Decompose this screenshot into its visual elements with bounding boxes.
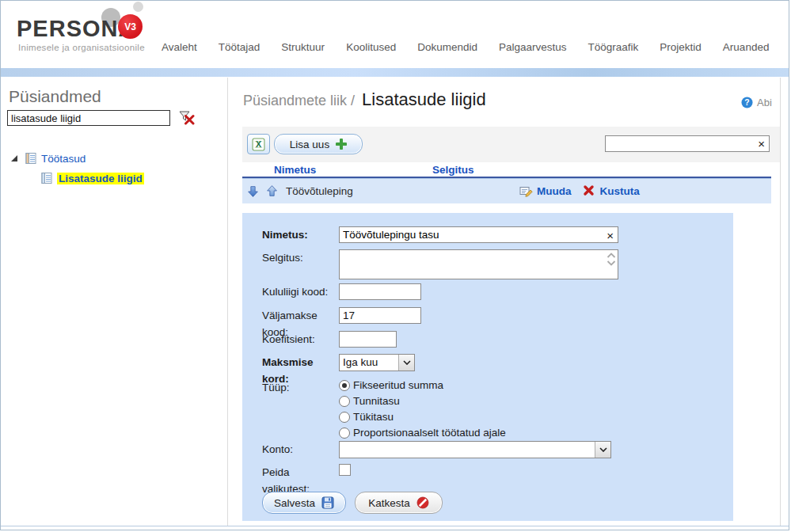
tree-node-lisatasude-liigid[interactable]: Lisatasude liigid	[40, 172, 144, 184]
konto-select[interactable]	[339, 441, 611, 458]
nav-item-koolitused[interactable]: Koolitused	[346, 41, 396, 53]
delete-link[interactable]: Kustuta	[600, 185, 640, 197]
brand-tagline: Inimesele ja organisatsioonile	[18, 43, 145, 52]
nav-item-projektid[interactable]: Projektid	[660, 41, 702, 53]
breadcrumb: Püsiandmete liik /	[243, 93, 355, 109]
kululiik-input[interactable]	[339, 283, 421, 300]
notebook-icon	[25, 152, 37, 165]
clear-filter-icon[interactable]	[178, 109, 195, 126]
koefitsient-input[interactable]	[339, 331, 397, 348]
row-reorder-controls	[246, 184, 279, 198]
cancel-button-label: Katkesta	[368, 497, 410, 509]
chevron-down-icon[interactable]	[607, 260, 616, 266]
delete-icon[interactable]	[583, 184, 596, 198]
nimetus-field: ×	[339, 226, 618, 243]
plus-icon	[336, 139, 347, 150]
dropdown-arrow-icon[interactable]	[595, 442, 610, 458]
konto-selected-value	[340, 442, 595, 458]
nimetus-input[interactable]	[340, 227, 600, 242]
radio-button[interactable]	[339, 428, 350, 439]
radio-option-tykitasu[interactable]: Tükitasu	[339, 410, 394, 424]
textarea-scroll-arrows	[607, 253, 616, 266]
radio-option-fikseeritud[interactable]: Fikseeritud summa	[339, 378, 443, 392]
table-row: Töövõtuleping Muuda Kustuta	[242, 178, 771, 203]
nav-item-aruanded[interactable]: Aruanded	[723, 41, 770, 53]
tyyp-label: Tüüp:	[262, 379, 338, 396]
selgitus-textarea[interactable]	[340, 250, 603, 279]
radio-label: Fikseeritud summa	[353, 379, 443, 391]
maksmise-select[interactable]: Iga kuu	[339, 354, 415, 371]
row-name: Töövõtuleping	[286, 185, 353, 197]
cancel-button[interactable]: Katkesta	[355, 492, 443, 514]
title-bar: Püsiandmete liik / Lisatasude liigid	[243, 89, 486, 110]
help-link[interactable]: ? Abi	[741, 97, 772, 108]
radio-label: Proportsionaalselt töötatud ajale	[353, 427, 506, 439]
nimetus-label: Nimetus:	[262, 226, 338, 243]
main-nav: Avaleht Töötajad Struktuur Koolitused Do…	[162, 41, 769, 53]
main-content: Püsiandmete liik / Lisatasude liigid ? A…	[227, 78, 781, 526]
sidebar-title: Püsiandmed	[9, 87, 101, 106]
header-divider-band	[1, 68, 789, 77]
add-new-label: Lisa uus	[290, 139, 329, 150]
radio-option-proportsionaalselt[interactable]: Proportsionaalselt töötatud ajale	[339, 426, 506, 439]
radio-button[interactable]	[339, 412, 350, 423]
chevron-up-icon[interactable]	[607, 253, 616, 258]
tree-link-lisatasude-liigid-selected[interactable]: Lisatasude liigid	[57, 173, 144, 184]
selgitus-label: Selgitus:	[262, 249, 338, 266]
cancel-prohibition-icon	[416, 496, 429, 509]
svg-text:?: ?	[744, 98, 749, 107]
sidebar-filter-input[interactable]	[7, 110, 170, 126]
radio-button[interactable]	[339, 380, 350, 391]
page-title: Lisatasude liigid	[362, 89, 486, 110]
nav-item-toograafik[interactable]: Töögraafik	[588, 41, 639, 53]
edit-form-panel: Nimetus: × Selgitus: Kululiigi kood: Väl…	[242, 213, 733, 521]
dropdown-arrow-icon[interactable]	[398, 355, 414, 370]
save-button[interactable]: Salvesta	[262, 492, 346, 514]
radio-label: Tükitasu	[353, 411, 394, 423]
save-button-label: Salvesta	[274, 497, 315, 509]
tree-expand-triangle-icon[interactable]	[11, 155, 17, 162]
move-down-icon[interactable]	[246, 184, 260, 198]
radio-option-tunnitasu[interactable]: Tunnitasu	[339, 394, 400, 408]
column-header-selgitus[interactable]: Selgitus	[432, 164, 474, 176]
clear-nimetus-icon[interactable]: ×	[607, 228, 614, 243]
valjamakse-input[interactable]	[339, 307, 421, 324]
maksmise-selected-value: Iga kuu	[340, 355, 398, 370]
edit-icon[interactable]	[519, 184, 533, 198]
page-bottom-divider	[1, 526, 789, 526]
list-filter-field: ×	[605, 135, 770, 152]
save-floppy-icon	[321, 496, 334, 509]
help-label[interactable]: Abi	[757, 97, 772, 108]
konto-label: Konto:	[262, 441, 338, 458]
application-window: PERSONA V3 Inimesele ja organisatsioonil…	[0, 0, 789, 530]
list-filter-input[interactable]	[606, 136, 751, 151]
help-icon[interactable]: ?	[741, 97, 753, 108]
tree-node-tootasud[interactable]: Töötasud	[11, 152, 86, 165]
notebook-icon	[40, 172, 53, 184]
nav-item-tootajad[interactable]: Töötajad	[219, 41, 260, 53]
nav-item-palgaarvestus[interactable]: Palgaarvestus	[499, 41, 567, 53]
radio-label: Tunnitasu	[353, 395, 400, 407]
toolbar: X Lisa uus ×	[242, 127, 780, 162]
excel-export-button[interactable]: X	[247, 134, 270, 154]
move-up-icon[interactable]	[265, 184, 279, 198]
edit-link[interactable]: Muuda	[537, 185, 572, 197]
radio-button[interactable]	[339, 396, 350, 407]
sidebar: Püsiandmed Töötasud	[1, 78, 227, 526]
peida-checkbox[interactable]	[339, 464, 351, 476]
nav-item-dokumendid[interactable]: Dokumendid	[417, 41, 477, 53]
koefitsient-label: Koefitsient:	[262, 331, 338, 348]
header: PERSONA V3 Inimesele ja organisatsioonil…	[1, 1, 789, 68]
excel-icon: X	[252, 138, 265, 151]
clear-list-filter-icon[interactable]: ×	[758, 136, 765, 151]
brand-version-badge: V3	[118, 14, 143, 39]
logo-dot-small	[133, 2, 143, 12]
nav-item-avaleht[interactable]: Avaleht	[162, 41, 197, 53]
column-header-nimetus[interactable]: Nimetus	[274, 164, 316, 176]
kululiik-label: Kululiigi kood:	[262, 283, 338, 300]
svg-text:X: X	[256, 139, 261, 149]
add-new-button[interactable]: Lisa uus	[274, 134, 363, 154]
selgitus-field	[339, 249, 618, 279]
nav-item-struktuur[interactable]: Struktuur	[281, 41, 325, 53]
tree-link-tootasud[interactable]: Töötasud	[41, 153, 86, 165]
